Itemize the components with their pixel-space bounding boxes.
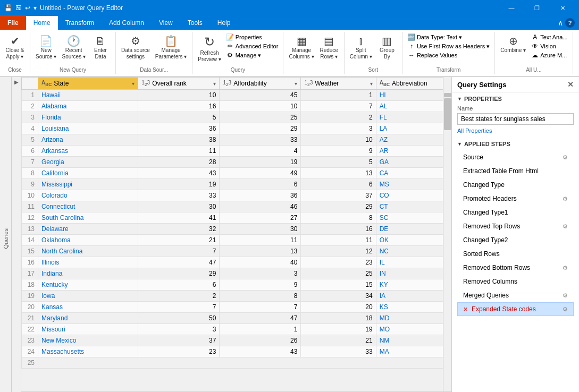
minimize-button[interactable]: — <box>499 0 524 16</box>
enter-data-button[interactable]: 🗎 EnterData <box>89 33 112 62</box>
cell-rank-10: 33 <box>138 190 220 201</box>
quick-access-dropdown[interactable]: ▾ <box>33 4 37 12</box>
maximize-button[interactable]: ❐ <box>525 0 549 16</box>
refresh-preview-button[interactable]: ↻ RefreshPreview ▾ <box>196 33 223 64</box>
col-type-abc-state: ABC <box>41 80 52 87</box>
table-row: 11 Connecticut 30 46 29 CT <box>22 201 451 212</box>
step-left-11: ✕ Expanded State codes <box>463 305 536 313</box>
tab-tools[interactable]: Tools <box>180 16 210 30</box>
cell-weather-8: 13 <box>301 168 376 179</box>
data-type-label: Data Type: Text ▾ <box>417 34 462 41</box>
manage-columns-button[interactable]: ▦ ManageColumns ▾ <box>287 33 316 62</box>
col-header-rank[interactable]: 123 Overall rank ▾ <box>138 78 220 90</box>
col-header-state[interactable]: ABC State ▾ <box>38 78 138 90</box>
scrollbar-vertical[interactable] <box>443 77 451 391</box>
step-item-7[interactable]: Sorted Rows <box>457 247 574 261</box>
step-item-5[interactable]: Removed Top Rows ⚙ <box>457 219 574 233</box>
col-header-weather[interactable]: 123 Weather ▾ <box>301 78 376 90</box>
tab-file[interactable]: File <box>0 16 26 30</box>
table-scroll[interactable]: ABC State ▾ 123 Overall rank ▾ <box>21 77 451 391</box>
expand-queries-btn[interactable]: ▶ <box>12 77 21 392</box>
step-gear-5[interactable]: ⚙ <box>563 223 568 230</box>
col-filter-weather[interactable]: ▾ <box>370 81 373 87</box>
azure-ml-button[interactable]: ☁ Azure M... <box>529 51 569 59</box>
tab-home[interactable]: Home <box>26 16 58 30</box>
data-source-settings-button[interactable]: ⚙ Data sourcesettings <box>119 33 152 62</box>
data-type-icon: 🔤 <box>407 33 416 41</box>
cell-state-16: Illinois <box>38 257 138 268</box>
step-item-10[interactable]: Merged Queries ⚙ <box>457 288 574 302</box>
group-by-button[interactable]: ▥ GroupBy <box>375 33 399 62</box>
data-area: ABC State ▾ 123 Overall rank ▾ <box>21 77 451 392</box>
text-analytics-button[interactable]: A Text Ana... <box>529 33 569 41</box>
col-header-abbr[interactable]: ABC Abbreviation ▾ <box>376 78 451 90</box>
ribbon-group-close: ✔ Close &Apply ▾ Close <box>0 32 30 74</box>
col-filter-rank[interactable]: ▾ <box>213 81 216 87</box>
help-icon[interactable]: ? <box>565 18 575 28</box>
table-row: 16 Illinois 47 40 23 IL <box>22 257 451 268</box>
ribbon-collapse[interactable]: ∧ <box>558 19 563 27</box>
step-gear-0[interactable]: ⚙ <box>563 154 568 161</box>
reduce-rows-button[interactable]: ▤ ReduceRows ▾ <box>317 33 341 62</box>
tab-add-column[interactable]: Add Column <box>102 16 152 30</box>
queries-sidebar: Queries <box>0 77 12 392</box>
row-num-10: 10 <box>22 190 38 201</box>
step-name-9: Removed Columns <box>463 278 517 285</box>
close-apply-button[interactable]: ✔ Close &Apply ▾ <box>3 33 27 62</box>
replace-values-button[interactable]: ↔ Replace Values <box>406 51 491 59</box>
advanced-editor-label: Advanced Editor <box>236 43 279 49</box>
manage-parameters-button[interactable]: 📋 ManageParameters ▾ <box>153 33 189 62</box>
combine-button[interactable]: ⊕ Combine ▾ <box>498 33 528 55</box>
tab-help[interactable]: Help <box>210 16 238 30</box>
vision-button[interactable]: 👁 Vision <box>529 42 569 50</box>
col-filter-afford[interactable]: ▾ <box>295 81 297 87</box>
col-filter-state[interactable]: ▾ <box>132 81 135 87</box>
step-item-8[interactable]: Removed Bottom Rows ⚙ <box>457 261 574 275</box>
advanced-editor-button[interactable]: ✏ Advanced Editor <box>224 42 280 50</box>
properties-button[interactable]: 📝 Properties <box>224 33 280 41</box>
all-properties-link[interactable]: All Properties <box>457 127 492 134</box>
step-gear-8[interactable]: ⚙ <box>563 265 568 271</box>
step-gear-11[interactable]: ⚙ <box>563 306 568 313</box>
cell-state-2: Alabama <box>38 101 138 112</box>
scroll-thumb-v[interactable] <box>444 98 451 130</box>
step-item-3[interactable]: Promoted Headers ⚙ <box>457 192 574 206</box>
quick-access-save[interactable]: 🖫 <box>15 4 22 12</box>
cell-rank-21: 50 <box>138 313 220 324</box>
split-column-button[interactable]: ⫿ SplitColumn ▾ <box>348 33 374 62</box>
cell-weather-9: 6 <box>301 179 376 190</box>
cell-abbr-11: CT <box>376 201 451 212</box>
table-header-row: ABC State ▾ 123 Overall rank ▾ <box>22 78 451 90</box>
scroll-thumb-up[interactable] <box>444 93 451 97</box>
close-button[interactable]: ✕ <box>550 0 575 16</box>
row-num-1: 1 <box>22 90 38 101</box>
step-item-9[interactable]: Removed Columns <box>457 275 574 288</box>
tab-view[interactable]: View <box>152 16 180 30</box>
step-item-6[interactable]: Changed Type2 <box>457 233 574 247</box>
col-header-afford[interactable]: 123 Affordability ▾ <box>220 78 301 90</box>
step-gear-10[interactable]: ⚙ <box>563 292 568 299</box>
data-type-button[interactable]: 🔤 Data Type: Text ▾ <box>406 33 491 41</box>
row-num-11: 11 <box>22 201 38 212</box>
quick-access-undo[interactable]: ↩ <box>25 4 30 12</box>
query-settings-close[interactable]: ✕ <box>567 80 574 89</box>
use-first-row-button[interactable]: ↑ Use First Row as Headers ▾ <box>406 42 491 50</box>
query-name-input[interactable] <box>457 113 574 125</box>
step-item-11[interactable]: ✕ Expanded State codes ⚙ <box>457 302 574 316</box>
cell-state-7: Georgia <box>38 157 138 168</box>
step-item-4[interactable]: Changed Type1 <box>457 206 574 219</box>
manage-button[interactable]: ⚙ Manage ▾ <box>224 51 280 59</box>
step-item-2[interactable]: Changed Type <box>457 178 574 192</box>
tab-transform[interactable]: Transform <box>58 16 102 30</box>
cell-afford-5: 33 <box>220 134 301 146</box>
step-item-1[interactable]: Extracted Table From Html <box>457 164 574 178</box>
step-item-0[interactable]: Source ⚙ <box>457 150 574 164</box>
table-row: 22 Missouri 3 1 19 MO <box>22 324 451 335</box>
cell-weather-14: 11 <box>301 235 376 246</box>
title-text: Untitled - Power Query Editor <box>40 4 123 12</box>
new-source-button[interactable]: 📄 NewSource ▾ <box>33 33 58 62</box>
step-gear-3[interactable]: ⚙ <box>563 195 568 202</box>
recent-sources-button[interactable]: 🕐 RecentSources ▾ <box>60 33 87 62</box>
row-num-13: 13 <box>22 224 38 235</box>
cell-afford-22: 1 <box>220 324 301 335</box>
